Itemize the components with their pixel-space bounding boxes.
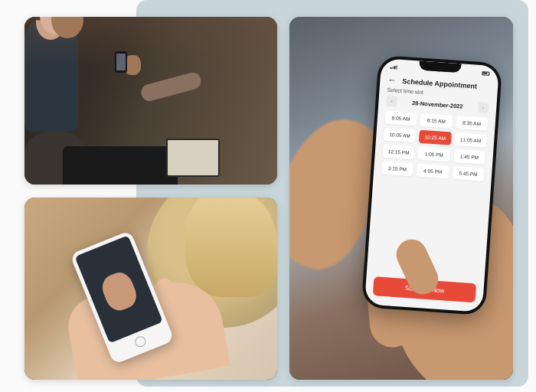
appointment-scene: 9:41 AM ← Schedule Appointment Select ti…	[289, 17, 513, 380]
photo-appointment-app: 9:41 AM ← Schedule Appointment Select ti…	[289, 17, 513, 380]
battery-icon	[482, 71, 489, 76]
arm	[139, 70, 203, 103]
phone-icon	[115, 51, 127, 73]
time-slot[interactable]: 1:05 PM	[418, 147, 450, 162]
time-slot[interactable]: 8:05 AM	[384, 111, 417, 126]
time-slot-grid: 8:05 AM 8:15 AM 8:35 AM 10:05 AM 10:25 A…	[374, 110, 495, 182]
time-slot[interactable]: 8:35 AM	[456, 116, 488, 131]
photo-office-checkin	[25, 17, 277, 185]
time-slot[interactable]: 10:05 AM	[384, 127, 416, 142]
remote-face	[98, 269, 140, 314]
pos-terminal	[63, 146, 178, 185]
date-next-button[interactable]: ›	[478, 102, 489, 113]
home-button-icon	[133, 335, 147, 348]
selected-date: 28-November-2022	[412, 99, 463, 109]
page-title: Schedule Appointment	[402, 77, 477, 90]
time-slot[interactable]: 8:15 AM	[420, 113, 453, 129]
time-slot-selected[interactable]: 10:25 AM	[419, 130, 451, 145]
time-slot[interactable]: 12:15 PM	[382, 144, 414, 159]
signal-icon	[391, 64, 397, 69]
time-slot[interactable]: 1:45 PM	[453, 149, 485, 165]
office-scene	[25, 17, 277, 185]
photo-video-call	[25, 198, 277, 380]
date-prev-button[interactable]: ‹	[386, 96, 397, 107]
back-arrow-icon[interactable]: ←	[387, 76, 397, 85]
monitor	[166, 139, 220, 177]
time-slot[interactable]: 11:05 AM	[454, 132, 486, 148]
videocall-scene	[25, 198, 277, 380]
image-collage: 9:41 AM ← Schedule Appointment Select ti…	[0, 0, 536, 392]
